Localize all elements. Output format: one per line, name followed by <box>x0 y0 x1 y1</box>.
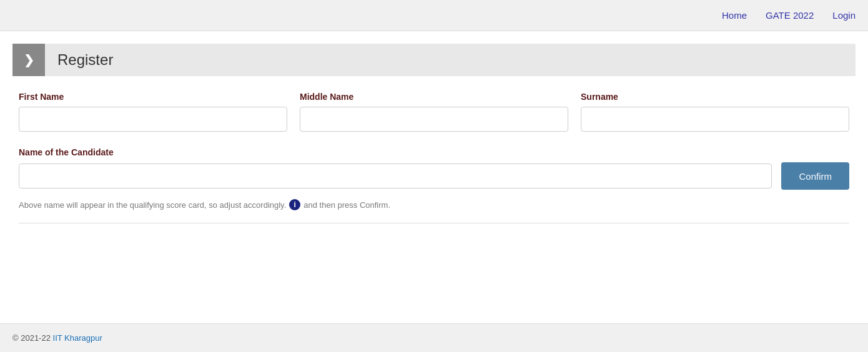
page-title-icon: ❯ <box>12 44 45 76</box>
first-name-input[interactable] <box>19 107 287 132</box>
divider <box>19 223 849 223</box>
surname-group: Surname <box>581 92 849 132</box>
candidate-name-section: Name of the Candidate Confirm <box>19 147 849 190</box>
middle-name-label: Middle Name <box>300 92 568 102</box>
info-note-after: and then press Confirm. <box>303 200 390 210</box>
main-content: ❯ Register First Name Middle Name Surnam… <box>0 31 868 323</box>
page-title-bar: ❯ Register <box>12 44 856 76</box>
first-name-label: First Name <box>19 92 287 102</box>
first-name-group: First Name <box>19 92 287 132</box>
candidate-name-row: Confirm <box>19 162 849 190</box>
info-note-before: Above name will appear in the qualifying… <box>19 200 286 210</box>
name-row: First Name Middle Name Surname <box>19 92 849 132</box>
nav-login[interactable]: Login <box>832 10 856 21</box>
info-icon[interactable]: i <box>289 199 300 210</box>
form-section: First Name Middle Name Surname Name of t… <box>12 92 856 223</box>
footer: © 2021-22 IIT Kharagpur <box>0 323 868 352</box>
page-title: Register <box>45 44 126 76</box>
middle-name-group: Middle Name <box>300 92 568 132</box>
footer-copyright: © 2021-22 <box>12 333 51 343</box>
candidate-name-label: Name of the Candidate <box>19 147 114 157</box>
footer-institution[interactable]: IIT Kharagpur <box>53 333 102 343</box>
confirm-button[interactable]: Confirm <box>781 162 849 190</box>
nav-gate2022[interactable]: GATE 2022 <box>766 10 814 21</box>
surname-label: Surname <box>581 92 849 102</box>
nav-home[interactable]: Home <box>722 10 747 21</box>
surname-input[interactable] <box>581 107 849 132</box>
candidate-name-input[interactable] <box>19 164 772 188</box>
navbar: Home GATE 2022 Login <box>0 0 868 31</box>
info-note: Above name will appear in the qualifying… <box>19 199 849 210</box>
middle-name-input[interactable] <box>300 107 568 132</box>
